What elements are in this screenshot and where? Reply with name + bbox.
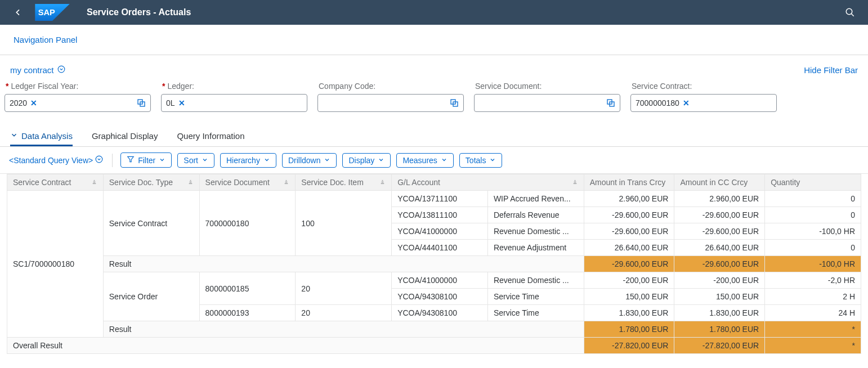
search-button[interactable]	[840, 2, 860, 23]
col-service-contract[interactable]: Service Contract	[7, 174, 104, 191]
table-header-row: Service Contract Service Doc. Type Servi…	[7, 174, 861, 191]
svg-text:SAP: SAP	[38, 8, 55, 17]
sort-icon	[379, 178, 386, 187]
overall-amt-cc: -27.820,00 EUR	[674, 338, 765, 354]
cell-amt-trans: -29.600,00 EUR	[584, 207, 674, 223]
measures-button[interactable]: Measures	[396, 153, 453, 168]
drilldown-button[interactable]: Drilldown	[282, 153, 337, 168]
cell-doc: 8000000185	[199, 272, 296, 305]
cell-item: 100	[296, 191, 392, 256]
token[interactable]: 0L ✕	[166, 98, 185, 107]
sap-logo: SAP	[35, 4, 70, 21]
navigation-panel-link[interactable]: Navigation Panel	[14, 35, 77, 44]
cell-item: 20	[296, 305, 392, 321]
tab-bar: Data Analysis Graphical Display Query In…	[0, 124, 868, 147]
token-text: 0L	[166, 98, 175, 107]
result-qty: -100,0 HR	[765, 256, 861, 272]
cell-doc-type: Service Contract	[103, 191, 199, 256]
col-quantity[interactable]: Quantity	[765, 174, 861, 191]
col-service-document[interactable]: Service Document	[199, 174, 296, 191]
cell-amt-cc: -200,00 EUR	[674, 272, 765, 289]
filter-label: Service Document:	[475, 82, 620, 91]
query-view-label: <Standard Query View>	[9, 156, 93, 165]
cell-gl: YCOA/94308100	[392, 289, 488, 305]
display-button[interactable]: Display	[342, 153, 391, 168]
cell-gl-desc: Deferrals Revenue	[487, 207, 584, 223]
filter-input-service-document[interactable]	[474, 94, 620, 112]
button-label: Drilldown	[288, 156, 321, 165]
filter-input-company-code[interactable]	[317, 94, 464, 112]
cell-doc-type: Service Order	[103, 272, 199, 321]
analysis-table: Service Contract Service Doc. Type Servi…	[7, 174, 861, 354]
cell-amt-cc: 150,00 EUR	[674, 289, 765, 305]
tab-label: Graphical Display	[92, 131, 158, 141]
result-amt-trans: 1.780,00 EUR	[584, 321, 674, 338]
value-help-icon[interactable]	[605, 97, 616, 109]
chevron-down-icon	[159, 156, 165, 165]
analysis-table-wrap: Service Contract Service Doc. Type Servi…	[0, 174, 868, 363]
filter-ledger-fiscal-year: Ledger Fiscal Year: 2020 ✕	[5, 82, 151, 112]
variant-selector[interactable]: my contract	[10, 65, 65, 75]
sort-button[interactable]: Sort	[177, 153, 214, 168]
filter-input-ledger-fiscal-year[interactable]: 2020 ✕	[5, 94, 151, 112]
tab-graphical-display[interactable]: Graphical Display	[92, 131, 158, 146]
token[interactable]: 2020 ✕	[10, 98, 37, 107]
back-button[interactable]	[8, 2, 28, 23]
tab-query-information[interactable]: Query Information	[177, 131, 244, 146]
cell-gl-desc: Service Time	[487, 289, 584, 305]
table-row[interactable]: SC1/7000000180 Service Contract 70000001…	[7, 191, 861, 207]
separator	[112, 154, 113, 167]
filter-label: Company Code:	[319, 82, 464, 91]
chevron-down-icon	[441, 156, 448, 165]
tab-data-analysis[interactable]: Data Analysis	[10, 131, 73, 146]
filter-input-service-contract[interactable]: 7000000180 ✕	[630, 94, 777, 112]
filter-input-ledger[interactable]: 0L ✕	[161, 94, 307, 112]
filter-icon	[127, 155, 135, 165]
chevron-down-icon	[378, 156, 384, 165]
query-view-selector[interactable]: <Standard Query View>	[8, 153, 104, 167]
cell-qty: 0	[765, 191, 861, 207]
result-label: Result	[103, 321, 584, 338]
col-amount-trans[interactable]: Amount in Trans Crcy	[584, 174, 674, 191]
cell-gl-desc: Revenue Domestic ...	[487, 223, 584, 240]
col-gl-account[interactable]: G/L Account	[392, 174, 584, 191]
token-text: 2020	[10, 98, 27, 107]
token-remove-icon[interactable]: ✕	[178, 98, 185, 107]
result-label: Result	[103, 256, 584, 272]
cell-amt-cc: -29.600,00 EUR	[674, 207, 765, 223]
result-amt-trans: -29.600,00 EUR	[584, 256, 674, 272]
sort-icon	[91, 178, 97, 187]
token[interactable]: 7000000180 ✕	[636, 98, 690, 107]
hide-filter-bar-link[interactable]: Hide Filter Bar	[804, 65, 858, 75]
svg-line-3	[851, 14, 854, 16]
token-remove-icon[interactable]: ✕	[30, 98, 37, 107]
result-row[interactable]: Result 1.780,00 EUR 1.780,00 EUR *	[7, 321, 861, 338]
button-label: Hierarchy	[226, 156, 260, 165]
filter-button[interactable]: Filter	[120, 152, 172, 168]
col-service-doc-item[interactable]: Service Doc. Item	[296, 174, 392, 191]
overall-qty: *	[765, 338, 861, 354]
overall-result-row[interactable]: Overall Result -27.820,00 EUR -27.820,00…	[7, 338, 861, 354]
result-row[interactable]: Result -29.600,00 EUR -29.600,00 EUR -10…	[7, 256, 861, 272]
hierarchy-button[interactable]: Hierarchy	[220, 153, 276, 168]
col-amount-cc[interactable]: Amount in CC Crcy	[674, 174, 765, 191]
subheader: Navigation Panel	[0, 25, 868, 55]
cell-gl: YCOA/13711100	[392, 191, 488, 207]
svg-point-2	[846, 8, 852, 15]
filter-service-contract: Service Contract: 7000000180 ✕	[630, 82, 777, 112]
table-row[interactable]: Service Order 8000000185 20 YCOA/4100000…	[7, 272, 861, 289]
result-amt-cc: -29.600,00 EUR	[674, 256, 765, 272]
value-help-icon[interactable]	[136, 97, 147, 109]
chevron-down-circle-icon	[57, 65, 65, 75]
cell-gl-desc: Service Time	[487, 305, 584, 321]
value-help-icon[interactable]	[449, 97, 460, 109]
button-label: Display	[348, 156, 374, 165]
col-service-doc-type[interactable]: Service Doc. Type	[103, 174, 199, 191]
token-remove-icon[interactable]: ✕	[683, 98, 690, 107]
cell-amt-cc: -29.600,00 EUR	[674, 223, 765, 240]
cell-qty: -100,0 HR	[765, 223, 861, 240]
filter-company-code: Company Code:	[317, 82, 464, 112]
button-label: Totals	[466, 156, 486, 165]
totals-button[interactable]: Totals	[459, 153, 503, 168]
variant-label: my contract	[10, 65, 54, 75]
